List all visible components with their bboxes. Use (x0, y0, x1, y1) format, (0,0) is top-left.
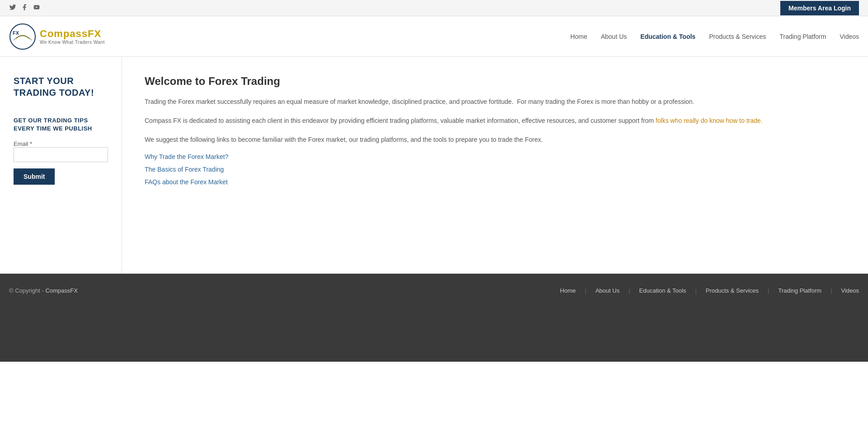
content-title: Welcome to Forex Trading (145, 75, 845, 88)
footer-nav: Home | About Us | Education & Tools | Pr… (560, 287, 859, 294)
footer-nav-home[interactable]: Home (560, 287, 576, 294)
footer-logo-link[interactable]: CompassFX (45, 287, 78, 294)
footer-sep-3: | (695, 287, 697, 294)
footer-sep-5: | (830, 287, 832, 294)
content-para-3: We suggest the following links to become… (145, 135, 845, 145)
main-nav: Home About Us Education & Tools Products… (571, 33, 859, 40)
email-label: Email * (14, 140, 32, 147)
submit-button[interactable]: Submit (14, 168, 55, 185)
footer-sep-2: | (628, 287, 630, 294)
link-faqs[interactable]: FAQs about the Forex Market (145, 178, 845, 186)
main-content: Welcome to Forex Trading Trading the For… (122, 57, 868, 274)
footer: © Copyright - CompassFX Home | About Us … (0, 274, 868, 308)
nav-education[interactable]: Education & Tools (641, 33, 696, 40)
logo[interactable]: FX CompassFX We Know What Traders Want (9, 23, 105, 50)
nav-videos[interactable]: Videos (840, 33, 859, 40)
footer-nav-videos[interactable]: Videos (841, 287, 859, 294)
footer-extra (0, 308, 868, 362)
sidebar: START YOUR TRADING TODAY! GET OUR TRADIN… (0, 57, 122, 274)
nav-trading[interactable]: Trading Platform (779, 33, 826, 40)
youtube-icon[interactable] (33, 4, 41, 12)
footer-nav-education[interactable]: Education & Tools (639, 287, 686, 294)
logo-name: CompassFX (40, 28, 105, 40)
link-basics[interactable]: The Basics of Forex Trading (145, 166, 845, 173)
footer-nav-about[interactable]: About Us (595, 287, 619, 294)
link-why-trade[interactable]: Why Trade the Forex Market? (145, 153, 845, 160)
footer-sep-4: | (768, 287, 769, 294)
social-icons (9, 4, 41, 12)
footer-copyright: © Copyright - CompassFX (9, 287, 78, 294)
content-para-1: Trading the Forex market successfully re… (145, 97, 845, 107)
sidebar-headline: START YOUR TRADING TODAY! (14, 75, 108, 98)
email-input[interactable] (14, 147, 108, 162)
footer-sep-1: | (585, 287, 586, 294)
members-login-button[interactable]: Members Area Login (780, 1, 859, 15)
footer-nav-products[interactable]: Products & Services (706, 287, 759, 294)
footer-nav-trading[interactable]: Trading Platform (778, 287, 821, 294)
header: FX CompassFX We Know What Traders Want H… (0, 16, 868, 57)
nav-about[interactable]: About Us (601, 33, 627, 40)
twitter-icon[interactable] (9, 4, 16, 12)
nav-products[interactable]: Products & Services (709, 33, 766, 40)
logo-tagline: We Know What Traders Want (40, 40, 105, 45)
facebook-icon[interactable] (21, 4, 28, 12)
page-body: START YOUR TRADING TODAY! GET OUR TRADIN… (0, 57, 868, 274)
svg-point-1 (10, 24, 35, 49)
content-para-2: Compass FX is dedicated to assisting eac… (145, 116, 845, 126)
svg-text:FX: FX (13, 30, 19, 36)
nav-home[interactable]: Home (571, 33, 587, 40)
sidebar-tips-headline: GET OUR TRADING TIPS EVERY TIME WE PUBLI… (14, 117, 108, 133)
top-bar: Members Area Login (0, 0, 868, 16)
